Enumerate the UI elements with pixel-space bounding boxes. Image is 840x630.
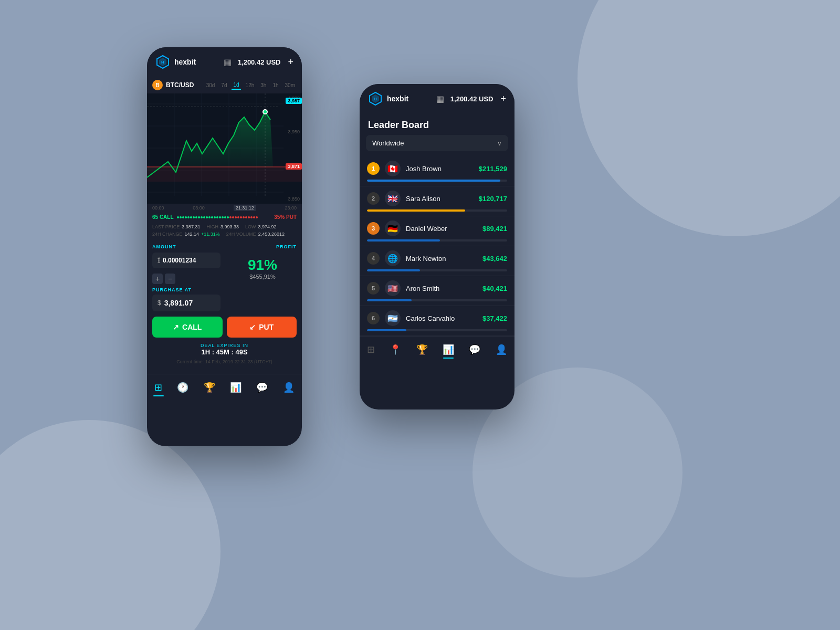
- player-bar-bg-3: [367, 239, 507, 242]
- player-name-2: Sara Alison: [406, 195, 474, 203]
- lb-row-6: 6 🇦🇷 Carlos Carvahlo $37,422: [367, 310, 507, 326]
- pair-name[interactable]: BTC/USD: [166, 81, 202, 89]
- flag-avatar-4: 🌐: [385, 250, 401, 266]
- change-pct: +11.31%: [201, 232, 220, 237]
- nav-profile[interactable]: 👤: [279, 380, 299, 395]
- wallet-icon-right: ▦: [436, 94, 444, 104]
- nav-trophy-right[interactable]: 🏆: [412, 342, 432, 358]
- bg-blob-2: [0, 420, 220, 630]
- lb-row-2: 2 🇬🇧 Sara Alison $120,717: [367, 191, 507, 206]
- put-percentage: 35% PUT: [274, 214, 297, 220]
- amount-stepper[interactable]: + −: [152, 274, 220, 284]
- leaderboard-item-6: 6 🇦🇷 Carlos Carvahlo $37,422: [360, 306, 514, 336]
- time-7d[interactable]: 7d: [219, 81, 228, 89]
- nav-chart-right[interactable]: 📊: [438, 342, 458, 358]
- high-label: HIGH: [206, 224, 218, 229]
- purchase-box: $ 3,891.07: [152, 295, 220, 311]
- lb-row-4: 4 🌐 Mark Newton $43,642: [367, 250, 507, 266]
- time-30d[interactable]: 30d: [205, 81, 217, 89]
- time-30m[interactable]: 30m: [284, 81, 297, 89]
- nav-trophy[interactable]: 🏆: [200, 380, 219, 395]
- player-name-5: Aron Smith: [406, 285, 477, 292]
- player-amount-3: $89,421: [482, 225, 507, 233]
- leaderboard-item-1: 1 🇨🇦 Josh Brown $211,529: [360, 156, 514, 186]
- add-funds-button-right[interactable]: +: [500, 93, 506, 104]
- time-1d[interactable]: 1d: [232, 81, 240, 90]
- trade-inputs-row: ₿ 0.00001234 + − 91% $455,91%: [152, 253, 297, 284]
- call-button[interactable]: ↗ CALL: [152, 317, 223, 338]
- bottom-nav-left: ⊞ 🕐 🏆 📊 💬 👤: [147, 374, 302, 401]
- change-label: 24H CHANGE: [152, 232, 183, 237]
- nav-chart[interactable]: 📊: [226, 380, 246, 395]
- player-bar-bg-2: [367, 209, 507, 212]
- nav-chat[interactable]: 🕐: [173, 380, 193, 395]
- nav-messages-right[interactable]: 💬: [465, 342, 485, 358]
- player-name-4: Mark Newton: [406, 255, 477, 262]
- right-header: H hexbit ▦ 1,200.42 USD +: [360, 84, 514, 113]
- rank-badge-6: 6: [367, 312, 380, 324]
- nav-messages[interactable]: 💬: [252, 380, 272, 395]
- time-0000: 00:00: [152, 205, 164, 211]
- amount-box: ₿ 0.00001234: [152, 253, 220, 268]
- leaderboard-item-2: 2 🇬🇧 Sara Alison $120,717: [360, 186, 514, 216]
- lb-row-5: 5 🇺🇸 Aron Smith $40,421: [367, 280, 507, 296]
- rank-badge-2: 2: [367, 192, 380, 205]
- profit-percentage: 91%: [248, 257, 277, 274]
- volume-label: 24H VOLUME: [226, 232, 256, 237]
- time-12h[interactable]: 12h: [244, 81, 256, 89]
- low-val: 3,974.92: [258, 224, 276, 229]
- nav-home[interactable]: ⊞: [150, 380, 166, 395]
- put-icon: ↙: [249, 323, 256, 331]
- put-button[interactable]: ↙ PUT: [227, 317, 297, 338]
- time-3h[interactable]: 3h: [259, 81, 268, 89]
- profit-label: PROFIT: [276, 244, 297, 249]
- bg-blob-1: [578, 0, 840, 236]
- nav-location-right[interactable]: 📍: [385, 342, 405, 358]
- app-name-left: hexbit: [174, 58, 219, 66]
- add-funds-button-left[interactable]: +: [288, 57, 293, 68]
- price-label-3950: 3,950: [288, 129, 300, 134]
- flag-avatar-5: 🇺🇸: [385, 280, 401, 296]
- player-amount-5: $40,421: [482, 285, 507, 292]
- player-bar-fill-2: [367, 209, 465, 212]
- left-header: H hexbit ▦ 1,200.42 USD +: [147, 47, 302, 77]
- player-name-6: Carlos Carvahlo: [406, 314, 477, 322]
- flag-avatar-2: 🇬🇧: [385, 191, 401, 206]
- time-1h[interactable]: 1h: [271, 81, 280, 89]
- purchase-section: PURCHASE AT $ 3,891.07: [152, 287, 297, 311]
- bottom-nav-right: ⊞ 📍 🏆 📊 💬 👤: [360, 336, 514, 363]
- nav-profile-right[interactable]: 👤: [491, 342, 511, 358]
- amount-label: AMOUNT: [152, 244, 176, 249]
- trade-section: AMOUNT PROFIT ₿ 0.00001234 + − 91% $455,…: [147, 239, 302, 374]
- player-bar-bg-4: [367, 269, 507, 271]
- balance-right: 1,200.42 USD: [450, 95, 494, 103]
- high-stat: HIGH 3,993.33: [206, 224, 239, 229]
- left-phone: H hexbit ▦ 1,200.42 USD + B BTC/USD 30d …: [147, 47, 302, 446]
- profit-usd-val: $455,91%: [249, 274, 276, 280]
- right-phone: H hexbit ▦ 1,200.42 USD + Leader Board W…: [360, 84, 514, 410]
- call-put-bar: 65 CALL 35% PUT: [147, 212, 302, 222]
- leaderboard-item-3: 3 🇩🇪 Daniel Weber $89,421: [360, 216, 514, 246]
- svg-text:H: H: [161, 60, 164, 65]
- flag-avatar-1: 🇨🇦: [385, 161, 401, 176]
- svg-text:H: H: [374, 97, 377, 101]
- player-amount-4: $43,642: [482, 255, 507, 262]
- call-percentage: 65 CALL: [152, 214, 174, 220]
- volume-val: 2,450.26012: [258, 232, 285, 237]
- nav-grid-right[interactable]: ⊞: [363, 342, 379, 358]
- stats-bar: LAST PRICE 3,987.31 HIGH 3,993.33 LOW 3,…: [147, 222, 302, 239]
- leaderboard-filter[interactable]: Worldwide ∨: [366, 135, 508, 151]
- amount-decrease[interactable]: −: [165, 274, 175, 284]
- amount-increase[interactable]: +: [152, 274, 163, 284]
- chart-area: 4,000 3,950 3,900 3,850 3,987 3,871: [147, 93, 302, 204]
- low-stat: LOW 3,974.92: [245, 224, 277, 229]
- profit-box: 91% $455,91%: [228, 253, 297, 284]
- chevron-down-icon: ∨: [497, 140, 502, 147]
- rank-badge-4: 4: [367, 252, 380, 265]
- player-amount-6: $37,422: [482, 314, 507, 322]
- player-bar-fill-5: [367, 299, 412, 301]
- leaderboard-item-4: 4 🌐 Mark Newton $43,642: [360, 246, 514, 276]
- put-label: PUT: [259, 323, 274, 331]
- call-label: CALL: [182, 323, 202, 331]
- expires-time: 1H : 45M : 49S: [152, 348, 297, 356]
